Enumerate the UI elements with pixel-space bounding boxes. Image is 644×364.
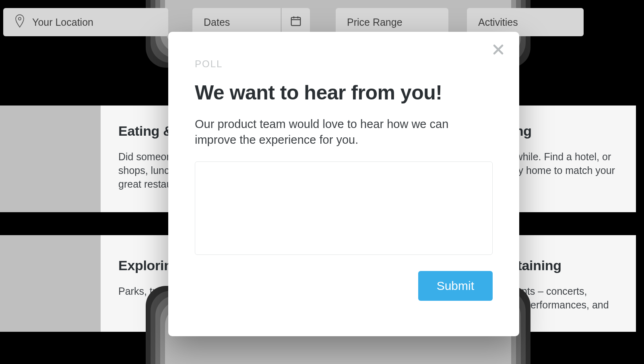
location-pin-icon <box>14 14 25 30</box>
filter-location-label: Your Location <box>32 17 93 28</box>
filter-price-label: Price Range <box>347 17 402 28</box>
svg-rect-1 <box>291 17 300 25</box>
filter-location[interactable]: Your Location <box>3 8 168 36</box>
modal-eyebrow: POLL <box>195 58 493 70</box>
close-icon <box>491 43 505 58</box>
sidebar-grey-panel-bottom-left <box>0 235 101 332</box>
modal-title: We want to hear from you! <box>195 81 493 104</box>
calendar-icon <box>290 15 302 29</box>
filter-dates-label: Dates <box>204 17 230 28</box>
sidebar-grey-panel-top-left <box>0 105 101 212</box>
filter-activities-label: Activities <box>478 17 518 28</box>
svg-point-0 <box>19 17 21 20</box>
feedback-textarea[interactable] <box>195 161 493 255</box>
modal-lead: Our product team would love to hear how … <box>195 116 477 148</box>
submit-button[interactable]: Submit <box>418 271 493 301</box>
modal-close-button[interactable] <box>489 41 507 59</box>
poll-modal: POLL We want to hear from you! Our produ… <box>168 32 519 336</box>
